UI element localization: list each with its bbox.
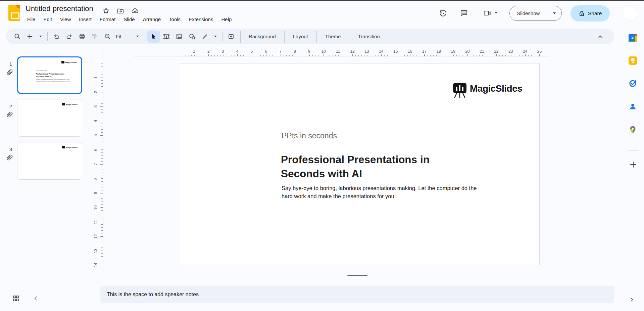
add-apps-button[interactable] — [629, 160, 637, 169]
share-label: Share — [588, 10, 602, 16]
menu-item[interactable]: Arrange — [139, 15, 165, 24]
meet-dropdown-caret[interactable] — [495, 12, 497, 14]
menu-item[interactable]: Insert — [75, 15, 96, 24]
ruler-number: 12 — [345, 49, 360, 56]
image-tool-button[interactable] — [173, 31, 186, 43]
redo-button[interactable] — [63, 31, 76, 43]
select-tool-button[interactable] — [147, 31, 160, 43]
thumbnail-title: Professional Presentations in Seconds wi… — [36, 73, 67, 78]
toolbar-action-button[interactable]: Theme — [316, 31, 349, 43]
tasks-app-button[interactable] — [629, 79, 637, 88]
ruler-number: 14 — [374, 49, 388, 56]
share-button[interactable]: Share — [571, 5, 610, 21]
ruler-number: 3 — [92, 99, 99, 114]
line-tool-dropdown[interactable] — [211, 31, 220, 43]
slide-kicker-text[interactable]: PPts in seconds — [282, 131, 337, 140]
undo-button[interactable] — [50, 31, 63, 43]
toolbar-separator — [145, 32, 145, 41]
ruler-number: 10 — [92, 200, 99, 215]
slide-canvas[interactable]: MagicSlides PPts in seconds Professional… — [180, 63, 540, 265]
ruler-number: 12 — [92, 229, 99, 243]
ruler-number: 21 — [475, 49, 489, 56]
collapse-filmstrip-button[interactable] — [31, 294, 40, 303]
ruler-number: 2 — [92, 85, 99, 99]
ruler-number: 25 — [532, 49, 547, 56]
brand-name: MagicSlides — [470, 83, 522, 94]
new-slide-button[interactable] — [23, 31, 36, 43]
magicslides-board-icon — [62, 146, 65, 148]
search-menus-button[interactable] — [11, 31, 23, 43]
maps-app-button[interactable] — [629, 126, 637, 134]
slide-body-text[interactable]: Say bye-bye to boring, laborious present… — [282, 184, 480, 200]
main-toolbar: Fit BackgroundLayoutThemeTransition — [6, 29, 614, 44]
ruler-number: 19 — [446, 49, 460, 56]
slide-thumbnail-1[interactable]: MagicSlides PPts in seconds Professional… — [17, 56, 82, 94]
slide-thumbnail-2[interactable]: MagicSlides — [17, 99, 82, 137]
account-avatar[interactable] — [623, 6, 637, 20]
menu-bar: FileEditViewInsertFormatSlideArrangeTool… — [23, 15, 236, 24]
vertical-ruler: 1234567891011121314 — [92, 71, 99, 272]
slideshow-button[interactable]: Slideshow — [510, 6, 547, 20]
menu-item[interactable]: Slide — [119, 15, 139, 24]
toolbar-action-button[interactable]: Transition — [349, 31, 388, 43]
ruler-number: 20 — [460, 49, 475, 56]
star-icon[interactable] — [102, 7, 110, 14]
ruler-number: 13 — [92, 243, 99, 258]
zoom-select[interactable]: Fit — [114, 31, 142, 43]
zoom-button[interactable] — [101, 31, 114, 43]
notes-resize-handle[interactable] — [347, 275, 367, 276]
ruler-number: 10 — [316, 49, 331, 56]
meet-camera-icon[interactable] — [483, 8, 492, 18]
keep-app-button[interactable] — [629, 56, 637, 65]
ruler-number: 15 — [388, 49, 403, 56]
ruler-number: 4 — [230, 49, 245, 56]
slide-thumbnail-3[interactable]: MagicSlides — [17, 142, 82, 180]
slides-app-logo[interactable] — [8, 5, 20, 21]
ruler-number: 17 — [417, 49, 432, 56]
ruler-number: 5 — [245, 49, 259, 56]
magicslides-logo[interactable]: MagicSlides — [453, 83, 522, 98]
toolbar-action-button[interactable]: Background — [240, 31, 284, 43]
menu-item[interactable]: Edit — [39, 15, 56, 24]
document-title[interactable]: Untitled presentation — [26, 4, 93, 13]
slide-title-text[interactable]: Professional Presentations in Seconds wi… — [281, 152, 450, 181]
calendar-app-button[interactable]: 31 — [629, 34, 637, 42]
menu-item[interactable]: Format — [96, 15, 120, 24]
toolbar-collapse-button[interactable] — [594, 31, 607, 43]
menu-item[interactable]: Extensions — [185, 15, 217, 24]
menu-item[interactable]: View — [56, 15, 75, 24]
print-button[interactable] — [76, 31, 88, 43]
move-folder-icon[interactable] — [117, 7, 124, 14]
paint-format-button — [88, 31, 101, 43]
menu-item[interactable]: File — [23, 15, 39, 24]
insert-placeholder-button[interactable] — [225, 31, 238, 43]
menu-item[interactable]: Help — [217, 15, 236, 24]
chevron-down-icon — [136, 36, 139, 37]
transition-indicator-icon — [6, 111, 13, 118]
zoom-value: Fit — [116, 34, 121, 39]
menu-item[interactable]: Tools — [165, 15, 185, 24]
version-history-button[interactable] — [438, 8, 448, 18]
cloud-saved-icon[interactable] — [131, 7, 139, 14]
slideshow-dropdown-button[interactable] — [547, 6, 561, 20]
magicslides-board-icon — [453, 83, 467, 98]
line-tool-button[interactable] — [198, 31, 211, 43]
slideshow-control: Slideshow — [509, 6, 562, 21]
ruler-number: 23 — [503, 49, 518, 56]
window-top-strip — [0, 0, 644, 1]
speaker-notes-input[interactable]: This is the space to add speaker notes — [100, 286, 614, 303]
slide-number: 3 — [7, 146, 14, 152]
comments-button[interactable] — [459, 8, 468, 18]
title-actions — [102, 7, 139, 14]
contacts-app-button[interactable] — [629, 102, 637, 111]
toolbar-action-button[interactable]: Layout — [284, 31, 316, 43]
textbox-tool-button[interactable] — [160, 31, 173, 43]
new-slide-dropdown[interactable] — [36, 31, 45, 43]
ruler-baseline — [103, 50, 103, 273]
thumbnail-body: Say bye-bye to boring, laborious present… — [36, 79, 71, 82]
horizontal-ruler: 1234567891011121314151617181920212223242… — [187, 49, 547, 56]
side-panel-expand-button[interactable] — [627, 295, 636, 304]
shape-tool-button[interactable] — [186, 31, 198, 43]
grid-view-button[interactable] — [11, 293, 21, 303]
magicslides-board-icon — [61, 61, 64, 63]
